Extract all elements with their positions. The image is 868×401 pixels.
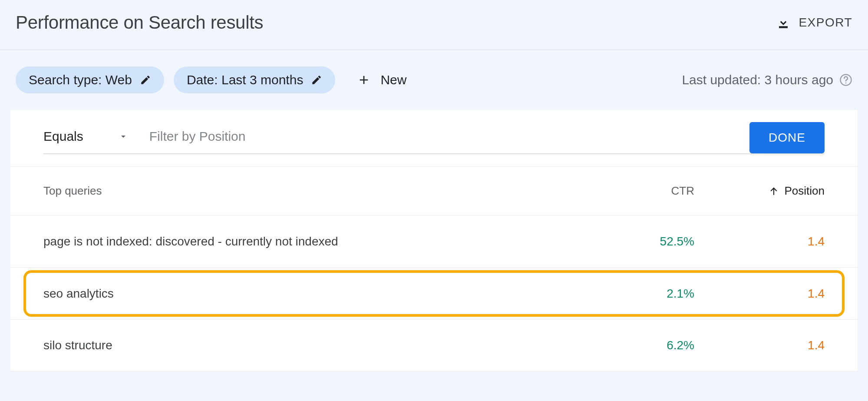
position-filter-bar: Equals DONE [10,110,858,153]
ctr-cell: 6.2% [581,338,694,352]
done-button[interactable]: DONE [749,122,825,153]
queries-table: Top queries CTR Position page is not ind… [10,166,858,371]
position-cell: 1.4 [694,287,825,301]
page-title: Performance on Search results [16,12,263,33]
add-filter-button[interactable]: New [350,73,413,87]
chevron-down-icon [118,131,129,142]
download-icon [776,15,791,30]
last-updated: Last updated: 3 hours ago [682,73,852,87]
filters-row: Search type: Web Date: Last 3 months New… [0,50,868,110]
table-row[interactable]: page is not indexed: discovered - curren… [10,215,858,267]
position-header-label: Position [785,184,825,198]
new-label: New [380,73,406,87]
position-filter-input[interactable] [149,124,737,152]
table-row[interactable]: silo structure 6.2% 1.4 [10,319,858,371]
plus-icon [357,73,371,87]
svg-point-2 [845,83,847,84]
last-updated-text: Last updated: 3 hours ago [682,73,833,87]
operator-label: Equals [43,129,83,144]
col-header-ctr[interactable]: CTR [581,184,694,198]
filter-operator-dropdown[interactable]: Equals [43,124,129,152]
pencil-icon [140,74,151,86]
ctr-cell: 2.1% [581,287,694,301]
table-header-row: Top queries CTR Position [10,166,858,215]
ctr-cell: 52.5% [581,235,694,249]
page-header: Performance on Search results EXPORT [0,0,868,50]
pencil-icon [311,74,322,86]
position-cell: 1.4 [694,235,825,249]
filter-input-wrap [149,124,737,152]
query-cell: seo analytics [43,287,581,301]
search-type-chip[interactable]: Search type: Web [16,66,164,93]
table-row[interactable]: seo analytics 2.1% 1.4 [10,267,858,319]
svg-rect-0 [779,27,788,28]
help-icon[interactable] [839,73,852,86]
chip-label: Search type: Web [29,73,132,87]
export-button[interactable]: EXPORT [776,15,852,30]
col-header-query[interactable]: Top queries [43,184,581,198]
date-range-chip[interactable]: Date: Last 3 months [174,66,335,93]
chip-label: Date: Last 3 months [187,73,303,87]
export-label: EXPORT [799,16,852,30]
col-header-position[interactable]: Position [694,184,825,198]
query-cell: silo structure [43,338,581,352]
filter-underline [43,153,825,154]
position-cell: 1.4 [694,338,825,352]
results-card: Equals DONE Top queries CTR Position pag… [10,110,858,371]
arrow-up-icon [768,186,779,197]
query-cell: page is not indexed: discovered - curren… [43,235,581,249]
